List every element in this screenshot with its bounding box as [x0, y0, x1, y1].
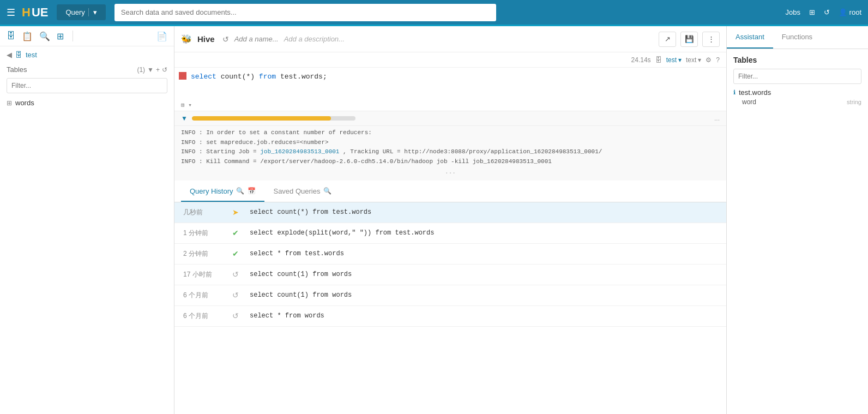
- tables-count-num: (1): [137, 66, 145, 74]
- editor-history-icon[interactable]: ↺: [222, 35, 229, 44]
- query-button[interactable]: Query ▾: [57, 4, 105, 20]
- hist-time-1: 1 分钟前: [183, 229, 221, 238]
- progress-bar-container: ▼ ...: [174, 111, 726, 125]
- log-text-3b: , Tracking URL = http://node3:8088/proxy…: [343, 148, 602, 155]
- query-btn-arrow[interactable]: ▾: [88, 8, 97, 16]
- top-nav: ☰ HUE Query ▾ Jobs ⊞ ↺ 👤 root: [0, 0, 868, 26]
- right-col-word: word string: [733, 97, 861, 107]
- tables-filter-input[interactable]: [7, 78, 167, 93]
- meta-help-icon[interactable]: ?: [716, 56, 720, 64]
- sidebar-separator: [73, 31, 73, 41]
- tables-right-filter[interactable]: [733, 69, 861, 84]
- query-name-field[interactable]: Add a name...: [234, 35, 279, 43]
- hive-label: Hive: [197, 34, 215, 44]
- hist-time-0: 几秒前: [183, 208, 221, 217]
- global-search-input[interactable]: [114, 4, 496, 21]
- table-item-words[interactable]: ⊞ words: [0, 95, 174, 110]
- tab-functions[interactable]: Functions: [773, 26, 821, 49]
- db-icon: 🗄: [15, 51, 22, 59]
- table-ref: test.words;: [280, 73, 327, 81]
- meta-format-selector[interactable]: text ▾: [686, 56, 701, 64]
- sidebar-db-icon[interactable]: 🗄: [7, 31, 15, 41]
- tab-saved-queries[interactable]: Saved Queries 🔍: [264, 181, 340, 202]
- progress-toggle-icon[interactable]: ▼: [181, 115, 188, 122]
- hist-query-2: select * from test.words: [250, 250, 718, 257]
- editor-controls: ⊞ ▾: [181, 101, 192, 109]
- code-editor[interactable]: 1 select count(*) from test.words; ⊞ ▾: [174, 68, 726, 111]
- log-separator: ...: [181, 166, 720, 178]
- sidebar-grid-icon[interactable]: ⊞: [57, 31, 64, 41]
- meta-db-selector[interactable]: test ▾: [666, 56, 682, 64]
- nav-right: Jobs ⊞ ↺ 👤 root: [786, 8, 862, 16]
- history-row-2[interactable]: 2 分钟前 ✔ select * from test.words: [174, 244, 726, 265]
- hist-time-4: 6 个月前: [183, 291, 221, 300]
- tables-label: Tables: [7, 65, 27, 74]
- history-row-5[interactable]: 6 个月前 ↺ select * from words: [174, 306, 726, 327]
- db-header[interactable]: ◀ 🗄 test: [0, 46, 174, 63]
- nav-history-icon[interactable]: ↺: [824, 8, 830, 16]
- hist-status-0: ➤: [230, 208, 241, 217]
- tab-assistant[interactable]: Assistant: [727, 26, 773, 49]
- toolbar-right: ↗ 💾 ⋮: [659, 32, 720, 47]
- center-content: 🐝 Hive ↺ Add a name... Add a description…: [174, 26, 726, 414]
- query-timer: 24.14s: [631, 56, 651, 64]
- history-row-1[interactable]: 1 分钟前 ✔ select explode(split(word," ")) …: [174, 223, 726, 244]
- kw-select: select: [191, 73, 216, 81]
- hist-time-2: 2 分钟前: [183, 249, 221, 259]
- log-line-2: INFO : set mapreduce.job.reduces=<number…: [181, 138, 720, 148]
- kw-from: from: [259, 73, 276, 81]
- table-info-icon[interactable]: ℹ: [733, 89, 736, 96]
- zoom-control[interactable]: ⊞ ▾: [181, 101, 192, 109]
- history-tabs-bar: Query History 🔍 📅 Saved Queries 🔍: [174, 181, 726, 202]
- save-btn[interactable]: 💾: [680, 32, 698, 47]
- jobs-grid-icon[interactable]: ⊞: [809, 8, 815, 16]
- history-cal-icon[interactable]: 📅: [248, 187, 256, 195]
- saved-queries-label: Saved Queries: [273, 187, 320, 195]
- hist-query-3: select count(1) from words: [250, 271, 718, 278]
- progress-more-icon[interactable]: ...: [714, 115, 720, 122]
- meta-settings-icon[interactable]: ⚙: [706, 56, 712, 64]
- hist-status-1: ✔: [230, 229, 241, 237]
- username-label: root: [849, 8, 861, 16]
- job-id-link[interactable]: job_1620284983513_0001: [260, 148, 339, 155]
- history-table: 几秒前 ➤ select count(*) from test.words 1 …: [174, 202, 726, 414]
- more-btn[interactable]: ⋮: [702, 32, 720, 47]
- filter-icon[interactable]: ▼: [147, 66, 154, 74]
- query-history-label: Query History: [190, 187, 233, 195]
- query-desc-field[interactable]: Add a description...: [284, 35, 653, 43]
- meta-fmt-arrow: ▾: [698, 56, 701, 64]
- hist-query-5: select * from words: [250, 312, 718, 320]
- col-name-word: word: [742, 98, 756, 106]
- refresh-tables-icon[interactable]: ↺: [162, 66, 167, 74]
- hist-status-3: ↺: [230, 270, 241, 279]
- hist-query-1: select explode(split(word," ")) from tes…: [250, 229, 718, 237]
- hist-status-2: ✔: [230, 249, 241, 258]
- hist-time-5: 6 个月前: [183, 311, 221, 321]
- tab-query-history[interactable]: Query History 🔍 📅: [181, 181, 264, 202]
- right-table-header-0[interactable]: ℹ test.words: [733, 88, 861, 97]
- jobs-link[interactable]: Jobs: [786, 8, 800, 16]
- log-text-3: INFO : Starting Job =: [181, 148, 260, 155]
- history-row-0[interactable]: 几秒前 ➤ select count(*) from test.words: [174, 202, 726, 223]
- add-table-icon[interactable]: +: [156, 66, 160, 74]
- chart-btn[interactable]: ↗: [659, 32, 676, 47]
- history-row-3[interactable]: 17 小时前 ↺ select count(1) from words: [174, 265, 726, 285]
- sidebar-icon-bar: 🗄 📋 🔍 ⊞ 📄: [0, 26, 174, 46]
- sidebar-search-icon[interactable]: 🔍: [39, 31, 50, 41]
- user-link[interactable]: 👤 root: [839, 8, 861, 16]
- saved-search-icon[interactable]: 🔍: [323, 187, 331, 195]
- stop-button[interactable]: [179, 72, 186, 80]
- sidebar-doc-icon[interactable]: 📄: [156, 31, 167, 41]
- history-row-4[interactable]: 6 个月前 ↺ select count(1) from words: [174, 285, 726, 306]
- progress-area: ▼ ...: [174, 111, 726, 126]
- hamburger-icon[interactable]: ☰: [7, 7, 15, 19]
- right-panel-content: Tables ℹ test.words word string: [727, 49, 868, 414]
- history-search-icon[interactable]: 🔍: [236, 187, 244, 195]
- meta-db-arrow: ▾: [678, 56, 682, 64]
- back-arrow-icon[interactable]: ◀: [7, 51, 12, 59]
- hue-h-icon: H: [22, 5, 31, 20]
- right-sidebar: Assistant Functions Tables ℹ test.words …: [726, 26, 868, 414]
- hist-status-4: ↺: [230, 291, 241, 299]
- log-line-1: INFO : In order to set a constant number…: [181, 128, 720, 138]
- sidebar-copy-icon[interactable]: 📋: [22, 31, 33, 41]
